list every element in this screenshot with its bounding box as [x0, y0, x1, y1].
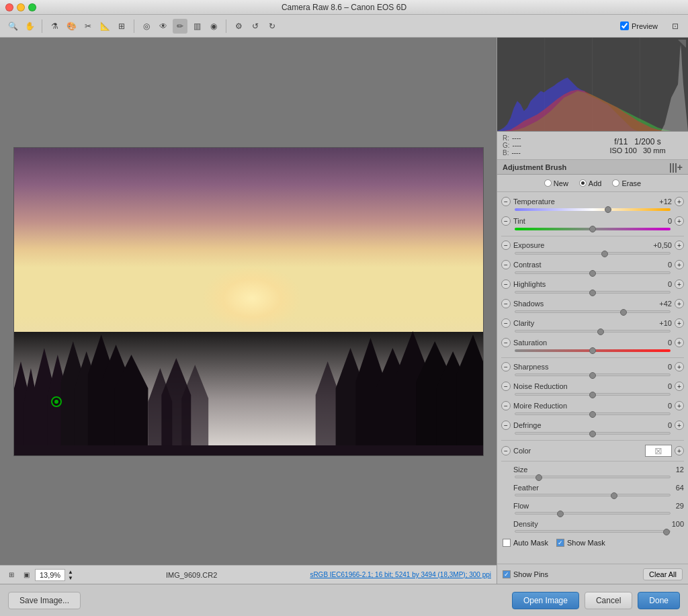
sharpness-minus[interactable]: − — [501, 362, 511, 371]
graduated-filter[interactable]: ▥ — [189, 19, 204, 34]
redeye-tool[interactable]: 👁 — [156, 19, 171, 34]
color-profile-link[interactable]: sRGB IEC61966-2.1; 16 bit; 5241 by 3494 … — [310, 571, 491, 578]
saturation-plus[interactable]: + — [675, 338, 684, 347]
cancel-button[interactable]: Cancel — [585, 592, 632, 609]
noise-reduction-plus[interactable]: + — [675, 382, 684, 391]
preferences[interactable]: ⚙ — [231, 19, 246, 34]
sharpness-thumb[interactable] — [589, 372, 596, 379]
contrast-track[interactable] — [515, 271, 671, 274]
tint-thumb[interactable] — [589, 226, 596, 232]
crop-tool[interactable]: ✂ — [81, 19, 95, 34]
moire-reduction-plus[interactable]: + — [675, 401, 684, 410]
flow-thumb[interactable] — [557, 511, 564, 517]
exposure-thumb[interactable] — [601, 251, 608, 257]
rotate-cw[interactable]: ↻ — [265, 19, 280, 34]
exposure-plus[interactable]: + — [675, 240, 684, 250]
preview-checkbox-container[interactable]: Preview — [620, 21, 658, 30]
add-mode-radio[interactable]: Add — [579, 179, 602, 187]
radial-filter[interactable]: ◉ — [206, 19, 221, 34]
new-mode-radio[interactable]: New — [544, 179, 568, 187]
tint-minus[interactable]: − — [501, 216, 511, 226]
white-balance-tool[interactable]: ⚗ — [47, 19, 62, 34]
preview-label[interactable]: Preview — [632, 22, 658, 30]
clarity-thumb[interactable] — [597, 328, 604, 335]
clarity-minus[interactable]: − — [501, 318, 511, 328]
open-image-button[interactable]: Open Image — [512, 592, 579, 609]
fill-screen-btn[interactable]: ▣ — [20, 569, 32, 581]
defringe-track[interactable] — [515, 432, 671, 435]
flow-track[interactable] — [515, 512, 671, 515]
density-thumb[interactable] — [663, 529, 670, 535]
density-track[interactable] — [515, 530, 671, 533]
feather-thumb[interactable] — [611, 492, 617, 499]
color-sampler[interactable]: 🎨 — [64, 19, 79, 34]
minimize-button[interactable] — [17, 3, 25, 11]
sharpness-plus[interactable]: + — [675, 362, 684, 371]
rotate-ccw[interactable]: ↺ — [248, 19, 263, 34]
auto-mask-checkbox[interactable] — [503, 539, 511, 547]
saturation-thumb[interactable] — [589, 347, 596, 354]
auto-mask-item[interactable]: Auto Mask — [503, 539, 548, 547]
contrast-minus[interactable]: − — [501, 260, 511, 269]
shadows-track[interactable] — [515, 310, 671, 313]
show-mask-checkbox[interactable]: ✓ — [556, 539, 564, 547]
panel-menu-icon[interactable]: |||+ — [669, 162, 683, 173]
color-swatch[interactable]: ⊠ — [645, 445, 672, 457]
moire-reduction-track[interactable] — [515, 412, 671, 415]
tint-track[interactable] — [515, 228, 671, 230]
straighten-tool[interactable]: 📐 — [97, 19, 112, 34]
spot-removal[interactable]: ◎ — [139, 19, 154, 34]
save-image-button[interactable]: Save Image... — [8, 592, 81, 609]
moire-reduction-minus[interactable]: − — [501, 401, 511, 410]
temperature-minus[interactable]: − — [501, 197, 511, 206]
noise-reduction-minus[interactable]: − — [501, 382, 511, 391]
hand-tool[interactable]: ✋ — [22, 19, 37, 34]
fit-screen-btn[interactable]: ⊞ — [5, 569, 17, 581]
show-pins-checkbox[interactable]: ✓ — [503, 570, 511, 578]
temperature-track[interactable] — [515, 208, 671, 211]
saturation-minus[interactable]: − — [501, 338, 511, 347]
contrast-thumb[interactable] — [589, 270, 596, 277]
fullscreen-btn[interactable]: ⊡ — [668, 19, 683, 34]
contrast-plus[interactable]: + — [675, 260, 684, 269]
defringe-plus[interactable]: + — [675, 421, 684, 430]
color-minus[interactable]: − — [501, 446, 511, 455]
color-plus[interactable]: + — [675, 446, 684, 455]
shadows-plus[interactable]: + — [675, 299, 684, 308]
feather-track[interactable] — [515, 494, 671, 496]
clarity-plus[interactable]: + — [675, 318, 684, 328]
noise-reduction-track[interactable] — [515, 393, 671, 396]
clarity-track[interactable] — [515, 330, 671, 333]
transform-tool[interactable]: ⊞ — [114, 19, 129, 34]
zoom-stepper[interactable]: ▲▼ — [68, 569, 73, 581]
highlights-track[interactable] — [515, 291, 671, 294]
exposure-track[interactable] — [515, 252, 671, 255]
image-container[interactable] — [0, 38, 497, 565]
defringe-minus[interactable]: − — [501, 421, 511, 430]
shadows-minus[interactable]: − — [501, 299, 511, 308]
defringe-thumb[interactable] — [589, 431, 596, 437]
noise-reduction-thumb[interactable] — [589, 392, 596, 398]
highlights-minus[interactable]: − — [501, 279, 511, 289]
highlights-thumb[interactable] — [589, 290, 596, 296]
tint-plus[interactable]: + — [675, 216, 684, 226]
shadows-thumb[interactable] — [620, 309, 627, 316]
moire-reduction-thumb[interactable] — [589, 411, 596, 418]
maximize-button[interactable] — [28, 3, 36, 11]
erase-mode-radio[interactable]: Erase — [612, 179, 641, 187]
adjustment-brush[interactable]: ✏ — [173, 19, 187, 34]
temperature-plus[interactable]: + — [675, 197, 684, 206]
clear-all-button[interactable]: Clear All — [643, 568, 683, 580]
preview-checkbox[interactable] — [620, 21, 629, 30]
size-track[interactable] — [515, 476, 671, 478]
sharpness-track[interactable] — [515, 373, 671, 376]
zoom-tool[interactable]: 🔍 — [5, 19, 20, 34]
highlights-plus[interactable]: + — [675, 279, 684, 289]
close-button[interactable] — [5, 3, 13, 11]
saturation-track[interactable] — [515, 349, 671, 352]
done-button[interactable]: Done — [638, 592, 680, 609]
exposure-minus[interactable]: − — [501, 240, 511, 250]
temperature-thumb[interactable] — [605, 206, 611, 213]
show-mask-item[interactable]: ✓ Show Mask — [556, 539, 605, 547]
show-pins-item[interactable]: ✓ Show Pins — [503, 570, 548, 578]
